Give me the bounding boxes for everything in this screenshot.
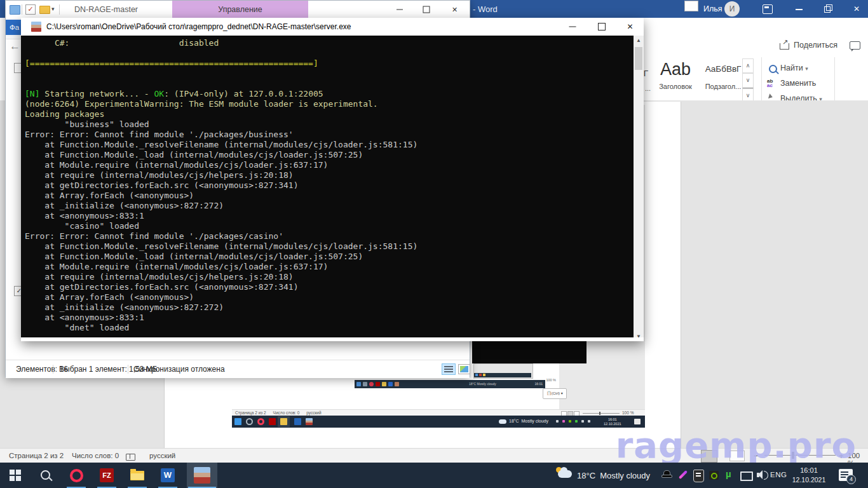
nested-mini-taskbar bbox=[474, 373, 531, 377]
explorer-close-button[interactable] bbox=[440, 1, 470, 18]
notification-center-button[interactable]: 4 bbox=[839, 469, 853, 481]
tray-utorrent-icon[interactable]: µ bbox=[722, 463, 738, 488]
nested-start-icon bbox=[234, 418, 241, 425]
console-line: at Function.Module._load (internal/modul… bbox=[25, 150, 634, 160]
customize-quick-access-icon[interactable]: ▾ bbox=[51, 6, 55, 12]
console-line: at <anonymous>:833:1 bbox=[25, 211, 634, 221]
nested-tray-icon bbox=[588, 420, 590, 423]
word-minimize-button[interactable] bbox=[788, 0, 811, 18]
weather-text: 18°C Mostly cloudy bbox=[577, 471, 650, 480]
nested-weather-text: 18°C Mostly cloudy bbox=[509, 419, 548, 423]
replace-button[interactable]: Заменить bbox=[780, 79, 816, 88]
explorer-title: DN-RAGE-master bbox=[74, 5, 138, 14]
word-restore-button[interactable] bbox=[816, 0, 839, 18]
tray-pen-icon[interactable] bbox=[675, 463, 691, 488]
nested-tray-icon bbox=[581, 420, 584, 423]
epic-icon bbox=[693, 470, 704, 482]
taskbar: FZ W 18°C Mostly cloudy µ bbox=[0, 463, 868, 488]
tray-volume-icon[interactable] bbox=[754, 463, 770, 488]
find-button[interactable]: Найти ▾ bbox=[780, 64, 808, 72]
separator bbox=[128, 365, 128, 374]
console-titlebar[interactable]: C:\Users\roman\OneDrive\Рабочий стол\rag… bbox=[21, 18, 644, 36]
nested-tray-icon bbox=[575, 420, 578, 423]
console-line: at _initialize (<anonymous>:827:272) bbox=[25, 302, 634, 313]
manage-contextual-tab[interactable]: Управление bbox=[172, 1, 308, 18]
console-line: at Module.require (internal/modules/cjs/… bbox=[25, 262, 634, 272]
speaker-waves bbox=[764, 471, 768, 480]
search-icon bbox=[41, 470, 50, 480]
scroll-up-icon[interactable]: ▲ bbox=[634, 36, 644, 45]
console-window: C:\Users\roman\OneDrive\Рабочий стол\rag… bbox=[21, 18, 644, 341]
console-line: at <anonymous>:833:1 bbox=[25, 313, 634, 323]
word-icon: W bbox=[161, 468, 175, 482]
weather-widget[interactable]: 18°C Mostly cloudy bbox=[553, 463, 661, 488]
avatar[interactable]: И bbox=[724, 1, 740, 17]
explorer-maximize-button[interactable] bbox=[413, 1, 440, 18]
clock[interactable]: 16:0112.10.2021 bbox=[790, 466, 827, 485]
page-indicator[interactable]: Страница 2 из 2 bbox=[9, 452, 64, 459]
style-item-subheading[interactable]: АаБбВвГ Подзагол... bbox=[699, 60, 747, 100]
taskbar-server-console-button[interactable] bbox=[187, 463, 217, 488]
styles-gallery-arrows: ∧ ∨ ∨ bbox=[742, 58, 754, 102]
read-mode-button[interactable] bbox=[684, 1, 698, 11]
explorer-app-icon bbox=[10, 5, 20, 15]
console-line: (node:6264) ExperimentalWarning: The ESM… bbox=[25, 99, 634, 109]
taskbar-filezilla-button[interactable]: FZ bbox=[92, 463, 122, 488]
word-count[interactable]: Число слов: 0 bbox=[72, 452, 119, 459]
ribbon-display-options-icon[interactable] bbox=[763, 4, 773, 14]
nested-l2-weather: 18°C Mostly cloudy bbox=[469, 382, 496, 386]
console-minimize-button[interactable] bbox=[558, 18, 587, 36]
file-menu-tab[interactable]: Фа bbox=[6, 20, 23, 35]
taskbar-word-button[interactable]: W bbox=[153, 463, 183, 488]
console-line: at _initialize (<anonymous>:827:272) bbox=[25, 201, 634, 211]
watermark: ragemp.pro bbox=[616, 424, 857, 466]
language-indicator[interactable]: русский bbox=[149, 452, 175, 459]
share-button[interactable]: Поделиться bbox=[794, 41, 837, 50]
console-scrollbar[interactable]: ▲ ▼ bbox=[634, 36, 644, 341]
comments-icon[interactable] bbox=[850, 41, 860, 50]
style-item-heading[interactable]: Aab Заголовок bbox=[653, 60, 698, 100]
utorrent-icon: µ bbox=[726, 468, 731, 479]
nested-folder-icon bbox=[280, 418, 287, 425]
language-switcher[interactable]: ENG bbox=[770, 471, 787, 478]
scrollbar-thumb[interactable] bbox=[635, 47, 642, 70]
taskbar-opera-button[interactable] bbox=[61, 463, 92, 488]
details-view-button[interactable] bbox=[442, 363, 456, 375]
tray-network-icon[interactable] bbox=[738, 463, 754, 488]
search-button[interactable] bbox=[31, 463, 61, 488]
explorer-titlebar[interactable]: ✓ ▾ DN-RAGE-master Управление bbox=[6, 1, 470, 18]
word-close-button[interactable]: ✕ bbox=[845, 0, 868, 18]
tray-epic-games-icon[interactable] bbox=[691, 463, 706, 488]
account-name[interactable]: Илья bbox=[703, 4, 722, 13]
back-button[interactable]: ← bbox=[10, 40, 20, 53]
console-close-button[interactable] bbox=[616, 18, 644, 36]
console-line: at Function.Module._load (internal/modul… bbox=[25, 252, 634, 262]
console-app-icon bbox=[31, 22, 41, 32]
paste-options-button[interactable]: 📋(Ctrl) ▾ bbox=[543, 388, 567, 399]
desktop: - Word ⚠ Илья И ✕ ↗ Поделиться АаБбВвГ .… bbox=[0, 0, 868, 488]
console-line: at getDirectories.forEach.src (<anonymou… bbox=[25, 282, 634, 292]
console-output: C#: disabled [==========================… bbox=[21, 36, 634, 337]
nested-bottom-strip bbox=[232, 428, 645, 429]
tray-incognito-icon[interactable] bbox=[660, 463, 675, 488]
nested-taskbar: 18°C Mostly cloudy 16:0112.10.2021 bbox=[232, 416, 645, 428]
nested-opera-icon bbox=[257, 418, 264, 425]
tray-nvidia-icon[interactable] bbox=[707, 463, 722, 488]
gallery-up-button[interactable]: ∧ bbox=[742, 58, 754, 73]
properties-icon[interactable]: ✓ bbox=[25, 4, 36, 15]
thumbnails-view-button[interactable] bbox=[458, 364, 470, 374]
nested-filezilla-icon bbox=[376, 382, 380, 386]
gallery-down-button[interactable]: ∨ bbox=[742, 73, 754, 88]
new-folder-icon[interactable] bbox=[39, 6, 50, 14]
console-line: at Array.forEach (<anonymous>) bbox=[25, 292, 634, 302]
start-button[interactable] bbox=[0, 463, 31, 488]
explorer-minimize-button[interactable] bbox=[386, 1, 413, 18]
ribbon-separator bbox=[834, 57, 835, 105]
nested-mini-icon bbox=[479, 374, 482, 376]
nested-word-icon bbox=[294, 418, 301, 425]
console-maximize-button[interactable] bbox=[587, 18, 616, 36]
proofing-icon[interactable] bbox=[126, 454, 135, 461]
explorer-statusbar: Элементов: 16 Выбран 1 элемент: 1,53 МБ … bbox=[6, 360, 470, 378]
cloud-icon bbox=[558, 470, 572, 478]
taskbar-explorer-button[interactable] bbox=[122, 463, 153, 488]
